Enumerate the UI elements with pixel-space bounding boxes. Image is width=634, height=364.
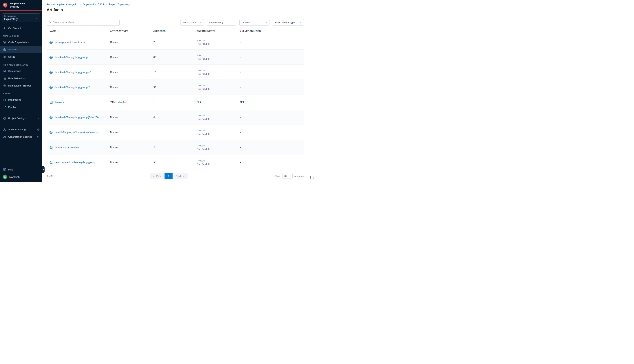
artifact-type-cell: Docker <box>110 146 153 149</box>
next-arrow-icon: → <box>182 175 185 178</box>
table-row[interactable]: trialpfv2hi.jfrog.io/docker-trial/lavaku… <box>47 125 304 140</box>
chevron-down-icon <box>299 21 302 24</box>
artifact-type-cell: Docker <box>110 86 153 89</box>
chevron-right-icon <box>37 117 40 120</box>
sidebar-item-get-started[interactable]: Get Started <box>0 24 42 32</box>
preprod-env-link[interactable]: Pre-Prod: 0 <box>197 88 240 90</box>
breadcrumb-account-link[interactable]: Account: app-harness-ng-cicd <box>47 3 78 6</box>
project-selector[interactable]: PROJECT Exploratory <box>2 14 40 22</box>
preprod-env-link[interactable]: Pre-Prod: 0 <box>197 163 240 166</box>
prev-page-button[interactable]: ← Prev <box>150 173 164 179</box>
current-page-button[interactable]: 1 <box>165 173 173 179</box>
breadcrumb-organization-link[interactable]: Organization: SSCA <box>83 3 104 6</box>
artifact-name-link[interactable]: pranaycshah/todolist-demo <box>55 41 86 44</box>
table-row[interactable]: lavakush07/easy-buggy-app:v6 Docker 10 P… <box>47 65 304 80</box>
artifact-name-link[interactable]: lavakush07/easy-buggy-app:v6 <box>55 71 91 74</box>
prod-env-link[interactable]: Prod: 0 <box>197 39 240 42</box>
prod-env-link[interactable]: Prod: 0 <box>197 84 240 87</box>
dependency-filter[interactable]: Dependency <box>207 19 236 26</box>
preprod-env-link[interactable]: Pre-Prod: 0 <box>197 133 240 136</box>
preprod-env-link[interactable]: Pre-Prod: 0 <box>197 148 240 150</box>
artifact-name-link[interactable]: lavakush <box>55 101 65 104</box>
sidebar-item-code-repositories[interactable]: Code Repositories <box>0 39 42 46</box>
table-row[interactable]: humanshuarora/slsa Docker 2 Prod: 0 Pre-… <box>47 140 304 155</box>
prod-env-link[interactable]: Prod: 0 <box>197 69 240 72</box>
environments-cell: Prod: 0 Pre-Prod: 0 <box>197 129 240 136</box>
table-row[interactable]: lavakush07/easy-buggy-app-2 Docker 39 Pr… <box>47 80 304 95</box>
digests-cell: 1 <box>153 101 197 104</box>
sidebar-item-help[interactable]: Help <box>0 166 42 173</box>
preprod-env-link[interactable]: Pre-Prod: 0 <box>197 42 240 45</box>
sidebar-item-artifacts[interactable]: Artifacts <box>0 46 42 53</box>
filter-bar: Artifact Type Dependency License Environ… <box>180 19 304 26</box>
resource-center-button[interactable] <box>309 175 314 180</box>
account-settings-icon <box>3 128 6 131</box>
sidebar-item-pipelines[interactable]: Pipelines <box>0 104 42 111</box>
digests-cell: 2 <box>153 41 197 44</box>
sidebar-item-integrations[interactable]: Integrations <box>0 96 42 104</box>
preprod-env-link[interactable]: Pre-Prod: 0 <box>197 72 240 75</box>
search-input[interactable] <box>53 21 118 24</box>
artifact-type-cell: Docker <box>110 116 153 119</box>
page-header: Account: app-harness-ng-cicd > Organizat… <box>42 0 317 15</box>
sidebar-footer: Help L Lavakush <box>0 166 42 182</box>
sidebar-item-project-settings[interactable]: Project Settings <box>0 115 42 122</box>
column-header-digests: # DIGESTS <box>153 30 197 32</box>
page-size-select[interactable]: 20 <box>282 173 292 179</box>
artifact-name-link[interactable]: humanshuarora/slsa <box>55 146 79 149</box>
table-header: NAME ARTIFACT TYPE # DIGESTS ENVIRONMENT… <box>47 29 304 35</box>
chevron-down-icon <box>199 21 202 24</box>
sidebar-item-rule-definitions[interactable]: Rule Definitions <box>0 75 42 82</box>
preprod-env-link[interactable]: Pre-Prod: 0 <box>197 118 240 120</box>
artifact-name-link[interactable]: trialpfv2hi.jfrog.io/docker-trial/lavaku… <box>55 131 99 134</box>
digests-cell: 4 <box>153 116 197 119</box>
artifact-name-link[interactable]: lavakush07/easy-buggy-app <box>55 56 88 59</box>
user-menu[interactable]: L Lavakush <box>0 173 42 180</box>
resource-center-icon <box>309 175 314 180</box>
organization-settings-icon <box>3 135 6 138</box>
sidebar-collapse-handle[interactable]: ◀ <box>42 166 45 173</box>
breadcrumb-separator: > <box>80 3 81 6</box>
table-row[interactable]: tejakummarikuntla/easy-buggy-app Docker … <box>47 155 304 170</box>
sort-icon[interactable] <box>57 30 60 32</box>
artifact-name-link[interactable]: lavakush07/easy-buggy-app@sha256 <box>55 116 99 119</box>
chevron-down-icon <box>265 21 267 24</box>
prod-env-link[interactable]: Prod: 0 <box>197 144 240 147</box>
sidebar-item-remediation-tracker[interactable]: Remediation Tracker <box>0 82 42 90</box>
license-filter[interactable]: License <box>239 19 269 26</box>
table-row[interactable]: lavakush07/easy-buggy-app@sha256 Docker … <box>47 110 304 125</box>
avatar: L <box>3 175 7 179</box>
table-row[interactable]: pranaycshah/todolist-demo Docker 2 Prod:… <box>47 35 304 50</box>
sidebar-item-compliance[interactable]: Compliance <box>0 68 42 75</box>
remediation-tracker-icon <box>3 84 6 88</box>
prod-env-link[interactable]: Prod: 1 <box>197 54 240 57</box>
module-switcher-icon[interactable] <box>36 4 40 7</box>
shield-logo-icon <box>3 2 8 8</box>
table-row[interactable]: YML lavakush YAML Manifest 1 N/A N/A <box>47 95 304 110</box>
vulnerabilities-cell: - <box>240 41 304 44</box>
sidebar-item-account-settings[interactable]: Account Settings <box>0 126 42 133</box>
docker-icon <box>49 116 53 119</box>
preprod-env-link[interactable]: Pre-Prod: 0 <box>197 58 240 60</box>
next-page-button[interactable]: Next → <box>173 173 187 179</box>
artifact-type-cell: Docker <box>110 71 153 74</box>
chevron-down-icon <box>232 21 234 24</box>
artifact-name-link[interactable]: lavakush07/easy-buggy-app-2 <box>55 86 90 89</box>
prod-env-link[interactable]: Prod: 0 <box>197 114 240 117</box>
digests-cell: 1 <box>153 131 197 134</box>
prod-env-link[interactable]: Prod: 0 <box>197 129 240 132</box>
digests-cell: 88 <box>153 56 197 59</box>
pagination: 9 of 9 ← Prev 1 Next → Show 20 per page <box>42 170 317 182</box>
prod-env-link[interactable]: Prod: 0 <box>197 159 240 162</box>
table-row[interactable]: lavakush07/easy-buggy-app Docker 88 Prod… <box>47 50 304 65</box>
artifact-name-link[interactable]: tejakummarikuntla/easy-buggy-app <box>55 161 95 164</box>
breadcrumb-project-link[interactable]: Project: Exploratory <box>109 3 130 6</box>
environment-type-filter[interactable]: Environment Type <box>273 19 304 26</box>
sidebar-item-cicd[interactable]: CI/CD <box>0 53 42 61</box>
artifacts-icon <box>3 48 6 51</box>
pagination-summary: 9 of 9 <box>47 175 53 178</box>
environments-cell: N/A <box>197 101 240 104</box>
sidebar: Supply Chain Security PROJECT Explorator… <box>0 0 42 182</box>
sidebar-item-organization-settings[interactable]: Organization Settings <box>0 133 42 140</box>
artifact-type-filter[interactable]: Artifact Type <box>180 19 204 26</box>
